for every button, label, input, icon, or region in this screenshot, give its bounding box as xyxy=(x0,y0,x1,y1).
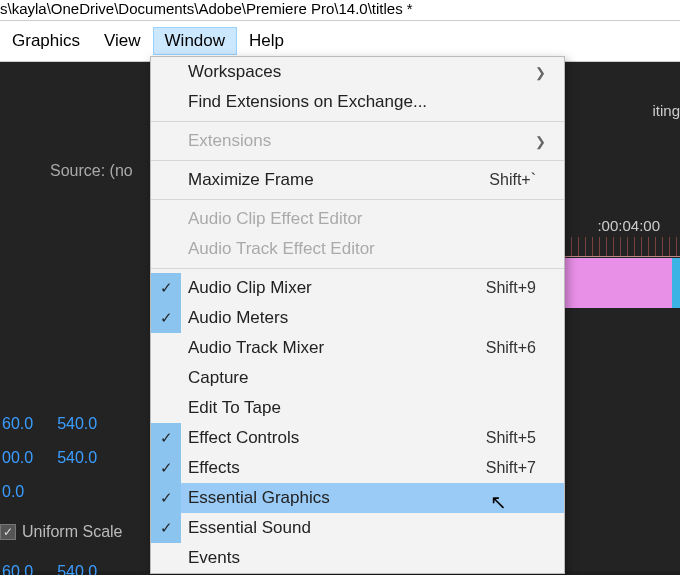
timeline-ruler[interactable] xyxy=(550,237,680,257)
menu-extensions: Extensions ❯ xyxy=(151,126,564,156)
val-r2b[interactable]: 540.0 xyxy=(57,441,97,475)
menu-audio-clip-mixer[interactable]: ✓ Audio Clip Mixer Shift+9 xyxy=(151,273,564,303)
tab-partial[interactable]: iting xyxy=(652,102,680,119)
val-r2a[interactable]: 00.0 xyxy=(2,441,33,475)
check-icon: ✓ xyxy=(151,423,181,453)
menu-audio-meters-label: Audio Meters xyxy=(188,308,564,328)
menu-extensions-label: Extensions xyxy=(188,131,564,151)
menu-effect-controls[interactable]: ✓ Effect Controls Shift+5 xyxy=(151,423,564,453)
menu-maximize-label: Maximize Frame xyxy=(188,170,489,190)
source-panel-label: Source: (no xyxy=(50,162,133,180)
val-r1a[interactable]: 60.0 xyxy=(2,407,33,441)
menu-workspaces[interactable]: Workspaces ❯ xyxy=(151,57,564,87)
menu-workspaces-label: Workspaces xyxy=(188,62,564,82)
menu-essential-graphics[interactable]: ✓ Essential Graphics xyxy=(151,483,564,513)
menu-essential-sound-label: Essential Sound xyxy=(188,518,564,538)
val-r3a[interactable]: 0.0 xyxy=(2,475,24,509)
timecode: :00:04:00 xyxy=(597,217,660,234)
menu-capture[interactable]: Capture xyxy=(151,363,564,393)
workspace-tabs: iting xyxy=(652,102,680,119)
menu-audio-clip-mixer-shortcut: Shift+9 xyxy=(486,279,564,297)
check-icon: ✓ xyxy=(151,273,181,303)
menu-effect-controls-shortcut: Shift+5 xyxy=(486,429,564,447)
menu-separator xyxy=(151,121,564,122)
menu-edit-to-tape[interactable]: Edit To Tape xyxy=(151,393,564,423)
menu-essential-sound[interactable]: ✓ Essential Sound xyxy=(151,513,564,543)
menu-help[interactable]: Help xyxy=(237,27,296,55)
menu-view[interactable]: View xyxy=(92,27,153,55)
menu-audio-clip-mixer-label: Audio Clip Mixer xyxy=(188,278,486,298)
menu-separator xyxy=(151,268,564,269)
menu-essential-graphics-label: Essential Graphics xyxy=(188,488,564,508)
menu-maximize-frame[interactable]: Maximize Frame Shift+` xyxy=(151,165,564,195)
check-icon: ✓ xyxy=(151,513,181,543)
menu-audio-track-mixer[interactable]: Audio Track Mixer Shift+6 xyxy=(151,333,564,363)
window-path: s\kayla\OneDrive\Documents\Adobe\Premier… xyxy=(0,0,680,21)
menu-audio-track-effect-editor: Audio Track Effect Editor xyxy=(151,234,564,264)
val-r4b[interactable]: 540.0 xyxy=(57,555,97,575)
menu-audio-meters[interactable]: ✓ Audio Meters xyxy=(151,303,564,333)
menu-audio-track-mixer-shortcut: Shift+6 xyxy=(486,339,564,357)
menu-maximize-shortcut: Shift+` xyxy=(489,171,564,189)
window-menu-dropdown: Workspaces ❯ Find Extensions on Exchange… xyxy=(150,56,565,574)
check-icon: ✓ xyxy=(151,483,181,513)
menu-effect-controls-label: Effect Controls xyxy=(188,428,486,448)
menu-audio-clip-effect-editor: Audio Clip Effect Editor xyxy=(151,204,564,234)
menu-separator xyxy=(151,199,564,200)
menu-edit-to-tape-label: Edit To Tape xyxy=(188,398,564,418)
val-r1b[interactable]: 540.0 xyxy=(57,407,97,441)
menu-find-extensions[interactable]: Find Extensions on Exchange... xyxy=(151,87,564,117)
menu-events-label: Events xyxy=(188,548,564,568)
submenu-arrow-icon: ❯ xyxy=(535,65,546,80)
check-icon: ✓ xyxy=(151,303,181,333)
uniform-scale-checkbox[interactable]: ✓ xyxy=(0,524,16,540)
check-icon: ✓ xyxy=(151,453,181,483)
menu-graphics[interactable]: Graphics xyxy=(0,27,92,55)
menu-capture-label: Capture xyxy=(188,368,564,388)
menu-audio-track-mixer-label: Audio Track Mixer xyxy=(188,338,486,358)
menu-window[interactable]: Window xyxy=(153,27,237,55)
menu-find-extensions-label: Find Extensions on Exchange... xyxy=(188,92,564,112)
submenu-arrow-icon: ❯ xyxy=(535,134,546,149)
timeline-clip[interactable] xyxy=(560,258,680,308)
menu-effects-shortcut: Shift+7 xyxy=(486,459,564,477)
menu-audio-clip-fx-label: Audio Clip Effect Editor xyxy=(188,209,564,229)
menu-effects[interactable]: ✓ Effects Shift+7 xyxy=(151,453,564,483)
menu-effects-label: Effects xyxy=(188,458,486,478)
menu-events[interactable]: Events xyxy=(151,543,564,573)
uniform-scale-label: Uniform Scale xyxy=(22,515,122,549)
menu-audio-track-fx-label: Audio Track Effect Editor xyxy=(188,239,564,259)
menu-separator xyxy=(151,160,564,161)
val-r4a[interactable]: 60.0 xyxy=(2,555,33,575)
uniform-scale-row[interactable]: ✓ Uniform Scale xyxy=(0,515,122,549)
